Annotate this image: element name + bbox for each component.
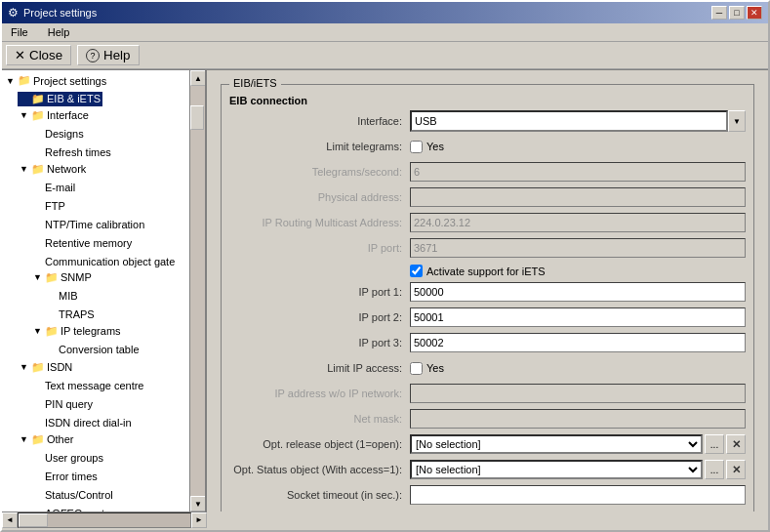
ip-port-1-row: IP port 1: <box>229 281 746 303</box>
ip-addr-input[interactable] <box>410 384 746 403</box>
opt-status-row: Opt. Status object (With access=1): [No … <box>229 459 746 480</box>
network-label[interactable]: ▼ 📁 Network <box>18 162 88 177</box>
designs-label[interactable]: Designs <box>31 127 86 141</box>
agfeo-label[interactable]: AGFEO system <box>31 507 121 512</box>
bottom-scrollbar: ◄ ► <box>2 512 207 527</box>
scroll-left-button[interactable]: ◄ <box>2 512 18 528</box>
content-panel: EIB/iETS EIB connection Interface: USB I… <box>207 70 768 512</box>
net-mask-input[interactable] <box>410 409 746 429</box>
scroll-right-button[interactable]: ► <box>191 512 207 528</box>
pin-label[interactable]: PIN query <box>31 397 95 411</box>
ip-addr-row: IP address w/o IP network: <box>229 383 746 404</box>
ip-port-2-input[interactable] <box>410 307 746 327</box>
ip-port-2-label: IP port 2: <box>229 311 410 323</box>
interface-dropdown-arrow[interactable]: ▼ <box>728 110 746 132</box>
minimize-button[interactable]: ─ <box>711 6 727 20</box>
limit-ip-row: Limit IP access: Yes <box>229 357 746 379</box>
limit-ip-label: Limit IP access: <box>229 362 410 374</box>
net-mask-label: Net mask: <box>229 413 410 425</box>
limit-ip-checkbox[interactable] <box>410 362 423 375</box>
maximize-button[interactable]: □ <box>729 6 745 20</box>
tree-node-interface: ▼ 📁 Interface Designs <box>18 107 187 161</box>
ip-telegrams-label[interactable]: ▼ 📁 IP telegrams <box>31 324 123 339</box>
conversion-label[interactable]: Conversion table <box>45 343 142 356</box>
menu-file[interactable]: File <box>6 25 33 39</box>
snmp-label[interactable]: ▼ 📁 SNMP <box>31 270 94 285</box>
close-label: Close <box>29 48 62 62</box>
menu-help[interactable]: Help <box>43 25 75 39</box>
project-settings-label[interactable]: ▼ 📁 Project settings <box>4 73 108 88</box>
limit-telegrams-checkbox[interactable] <box>410 141 423 153</box>
ip-port-row: IP port: <box>229 237 746 259</box>
close-icon: ✕ <box>15 48 25 62</box>
comm-object-label[interactable]: Communication object gate <box>31 255 177 268</box>
opt-release-select[interactable]: [No selection] <box>410 434 703 454</box>
interface-dropdown-wrapper: USB IP Serial ▼ <box>410 110 746 132</box>
folder-icon: 📁 <box>18 74 31 87</box>
ip-routing-input[interactable] <box>410 213 746 232</box>
opt-status-select[interactable]: [No selection] <box>410 460 703 479</box>
scroll-up-button[interactable]: ▲ <box>190 70 206 86</box>
ip-port-3-row: IP port 3: <box>229 332 746 353</box>
opt-status-clear-button[interactable]: ✕ <box>726 460 746 479</box>
interface-label[interactable]: ▼ 📁 Interface <box>18 108 91 123</box>
eib-group-box: EIB/iETS EIB connection Interface: USB I… <box>221 84 754 512</box>
ip-addr-label: IP address w/o IP network: <box>229 388 410 399</box>
traps-label[interactable]: TRAPS <box>45 307 97 321</box>
activate-iets-checkbox[interactable] <box>410 265 423 277</box>
opt-status-dropdown-wrapper: [No selection] ... ✕ <box>410 460 746 479</box>
physical-address-input[interactable] <box>410 187 746 207</box>
ip-routing-label: IP Routing Multicast Address: <box>229 217 410 228</box>
close-window-button[interactable]: ✕ <box>747 6 762 20</box>
eib-label[interactable]: 📁 EIB & iETS <box>18 92 102 106</box>
interface-row: Interface: USB IP Serial ▼ <box>229 110 746 132</box>
opt-release-label: Opt. release object (1=open): <box>229 438 410 450</box>
scroll-thumb[interactable] <box>190 105 204 130</box>
limit-telegrams-row: Limit telegrams: Yes <box>229 136 746 157</box>
retentive-label[interactable]: Retentive memory <box>31 236 134 250</box>
eib-connection-label: EIB connection <box>229 95 307 106</box>
bottom-scroll-thumb[interactable] <box>19 513 48 527</box>
text-msg-label[interactable]: Text message centre <box>31 379 146 392</box>
activate-iets-label: Activate support for iETS <box>426 266 546 277</box>
other-label[interactable]: ▼ 📁 Other <box>18 432 76 447</box>
email-label[interactable]: E-mail <box>31 181 77 194</box>
ftp-label[interactable]: FTP <box>31 199 67 213</box>
opt-release-row: Opt. release object (1=open): [No select… <box>229 433 746 455</box>
opt-status-browse-button[interactable]: ... <box>705 460 724 479</box>
opt-release-browse-button[interactable]: ... <box>705 434 724 454</box>
tree-node-refresh: Refresh times <box>31 142 187 160</box>
ip-port-1-input[interactable] <box>410 282 746 302</box>
limit-ip-yes: Yes <box>426 362 444 374</box>
socket-timeout-input[interactable]: 60 <box>410 485 746 505</box>
opt-release-clear-button[interactable]: ✕ <box>726 434 746 454</box>
opt-release-dropdown-wrapper: [No selection] ... ✕ <box>410 434 746 454</box>
mib-label[interactable]: MIB <box>45 289 80 303</box>
telegrams-label: Telegrams/second: <box>229 166 410 178</box>
folder-icon-isdn: 📁 <box>31 361 45 374</box>
status-control-label[interactable]: Status/Control <box>31 488 115 502</box>
folder-icon-network: 📁 <box>31 163 45 176</box>
activate-iets-row: Activate support for iETS <box>229 265 746 277</box>
error-times-label[interactable]: Error times <box>31 470 100 483</box>
refresh-label[interactable]: Refresh times <box>31 145 113 159</box>
folder-icon-eib: 📁 <box>31 93 45 105</box>
physical-address-row: Physical address: <box>229 186 746 208</box>
close-button[interactable]: ✕ Close <box>6 45 71 65</box>
help-button[interactable]: ? Help <box>77 45 139 65</box>
ip-port-3-input[interactable] <box>410 333 746 352</box>
toolbar: ✕ Close ? Help <box>2 42 768 69</box>
scroll-track <box>190 86 205 496</box>
isdn-label[interactable]: ▼ 📁 ISDN <box>18 360 74 375</box>
ip-port-label: IP port: <box>229 242 410 254</box>
user-groups-label[interactable]: User groups <box>31 451 105 465</box>
socket-timeout-row: Socket timeout (in sec.): 60 <box>229 484 746 506</box>
isdn-direct-label[interactable]: ISDN direct dial-in <box>31 416 134 430</box>
ntp-label[interactable]: NTP/Time calibration <box>31 218 146 231</box>
ip-port-3-label: IP port 3: <box>229 337 410 348</box>
telegrams-input[interactable] <box>410 162 746 182</box>
scroll-down-button[interactable]: ▼ <box>190 496 206 512</box>
interface-select[interactable]: USB IP Serial <box>410 110 728 132</box>
ip-port-input[interactable] <box>410 238 746 258</box>
limit-telegrams-yes: Yes <box>426 141 444 152</box>
